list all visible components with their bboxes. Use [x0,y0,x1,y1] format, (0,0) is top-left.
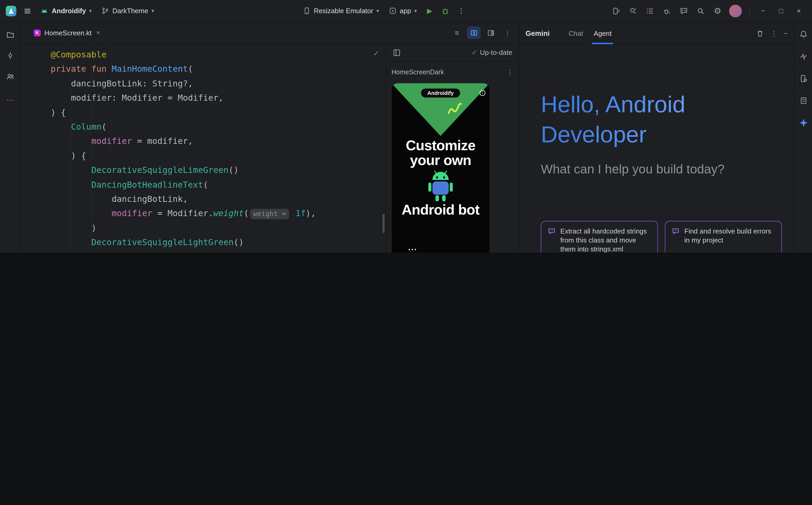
run-config-icon [388,7,396,15]
notifications-button[interactable] [796,27,810,41]
window-close-button[interactable]: × [791,3,807,18]
inspections-status-icon[interactable]: ✓ [373,49,379,57]
task-list-button[interactable] [643,3,658,18]
bell-icon [799,30,808,38]
ai-search-button[interactable] [626,3,641,18]
device-mirroring-button[interactable] [609,3,624,18]
compose-preview-pane: ✓ Up-to-date HomeScreenDark ⋮ Androidify… [386,44,518,252]
debug-assist-button[interactable] [660,3,674,18]
vcs-branch-selector[interactable]: DarkTheme ▾ [97,5,158,17]
check-icon: ✓ [471,48,477,56]
task-list-icon [646,7,654,15]
project-selector[interactable]: Androidify ▾ [36,4,96,17]
preview-build-status[interactable]: ✓ Up-to-date [471,48,512,56]
run-config-selector[interactable]: app ▾ [384,5,421,17]
gemini-panel: Gemini Chat Agent ⋮ − Hello, AndroidDeve… [518,22,794,252]
run-button[interactable]: ▶ [422,3,437,18]
build-status-label: Up-to-date [480,48,512,56]
commit-icon [6,51,15,60]
more-horizontal-icon: … [6,93,14,102]
toolbar-right: ⚙ − □ × [609,3,807,18]
code-view-button[interactable]: ≡ [450,26,464,39]
panel-title: Gemini [526,29,550,37]
editor-scrollbar-thumb[interactable] [382,214,385,233]
editor-tab-label: HomeScreen.kt [44,29,92,37]
gemini-tool-button[interactable] [796,116,810,130]
logcat-button[interactable] [796,94,810,108]
collaboration-tool-button[interactable] [3,69,17,83]
tab-chat[interactable]: Chat [564,22,589,44]
headline-text: Customizeyour own [391,138,490,168]
gemini-suggestion-card[interactable]: Extract all hardcoded strings from this … [541,221,658,252]
code-line: ) { [51,105,386,120]
info-icon: i [480,90,485,96]
panel-more-button[interactable]: ⋮ [771,29,778,37]
suggestion-text: Find and resolve build errors in my proj… [684,227,775,244]
code-line: modifier: Modifier = Modifier, [51,91,386,105]
users-icon [6,72,15,81]
search-everywhere-button[interactable] [693,3,708,18]
androidify-pill: Androidify [421,89,460,98]
branch-icon [101,7,109,15]
structure-icon: ≡ [455,28,459,37]
user-avatar[interactable] [729,4,742,17]
code-editor[interactable]: @Composableprivate fun MainHomeContent( … [21,44,386,252]
tab-close-icon[interactable]: × [96,29,100,36]
main-menu-button[interactable] [20,3,35,18]
chat-quote-icon [548,227,556,235]
settings-button[interactable]: ⚙ [710,3,725,18]
editor-tab[interactable]: K HomeScreen.kt × [28,22,105,43]
code-line: @Composable [51,47,386,62]
trash-icon[interactable] [756,29,764,37]
more-vertical-icon: ⋮ [504,29,511,37]
code-line: ) [51,221,386,235]
design-view-icon [487,29,495,37]
device-mirroring-icon [612,7,620,15]
device-explorer-button[interactable] [796,72,810,86]
greeting-subtitle: What can I help you build today? [541,162,787,177]
tab-agent[interactable]: Agent [588,22,617,44]
code-chat-button[interactable] [676,3,691,18]
suggestion-cards: Extract all hardcoded strings from this … [541,221,787,252]
more-run-actions-button[interactable]: ⋮ [454,3,469,18]
code-line: modifier = Modifier.weight(weight = 1f), [51,206,386,221]
preview-layout-icon[interactable] [392,48,401,57]
chevron-down-icon: ▾ [89,8,92,14]
toolbar-separator [749,6,750,16]
phone-preview-dark[interactable]: Androidify i Customizeyour own [391,83,490,252]
commit-tool-button[interactable] [3,48,17,62]
preview-toolbar: ✓ Up-to-date [386,44,518,62]
code-line: DecorativeSquiggleLightGreen() [51,235,386,249]
project-name: Androidify [52,7,86,15]
headline-text: Android bot [391,202,490,217]
design-view-button[interactable] [484,26,497,39]
more-vertical-icon: ⋮ [458,7,465,15]
window-maximize-button[interactable]: □ [773,3,789,18]
editor-area: K HomeScreen.kt × ≡ ⋮ @Composablep [21,22,518,252]
device-name: Resizable Emulator [314,7,373,15]
branch-name: DarkTheme [112,7,148,15]
more-tools-button[interactable]: … [3,91,17,105]
editor-more-button[interactable]: ⋮ [501,26,514,39]
code-chat-icon [680,7,688,15]
gemini-header-actions: ⋮ − [756,29,788,37]
suggestion-text: Extract all hardcoded strings from this … [560,227,651,252]
right-toolwindow-bar [794,22,812,252]
split-view-button[interactable] [467,26,481,39]
code-line: ) { [51,148,386,163]
app-logo-icon [5,5,17,17]
left-toolwindow-bar: … ▶ [0,22,21,252]
chevron-down-icon: ▾ [414,8,417,14]
panel-hide-button[interactable]: − [784,29,788,37]
code-content: @Composableprivate fun MainHomeContent( … [21,44,386,252]
preview-more-button[interactable]: ⋮ [507,68,513,76]
debug-button[interactable] [438,3,453,18]
close-icon: × [797,7,801,15]
code-line: private fun MainHomeContent( [51,62,386,76]
profiler-button[interactable] [796,49,810,63]
gemini-suggestion-card[interactable]: Find and resolve build errors in my proj… [665,221,782,252]
code-line: modifier = modifier, [51,134,386,149]
device-selector[interactable]: Resizable Emulator ▾ [299,5,383,17]
window-minimize-button[interactable]: − [755,3,771,18]
project-tool-button[interactable] [3,27,17,41]
